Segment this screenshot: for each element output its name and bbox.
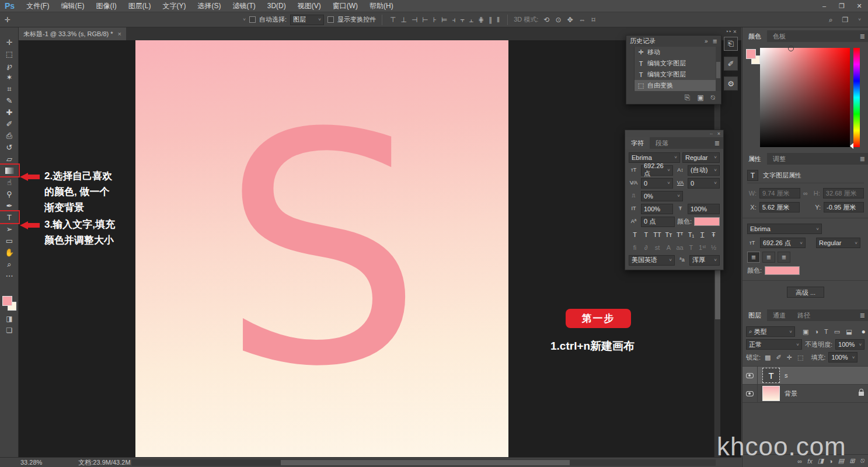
menu-item[interactable]: 帮助(H) — [364, 0, 399, 12]
panel-menu-icon[interactable]: ≣ — [711, 137, 723, 149]
proportional-spacing-field[interactable]: 0%˅ — [641, 191, 683, 201]
menu-item[interactable]: 编辑(E) — [55, 0, 90, 12]
align-icon[interactable]: ⊥ — [399, 16, 408, 24]
foreground-color-swatch[interactable] — [746, 49, 756, 59]
history-item-edit-type-layer-2[interactable]: T 编辑文字图层 — [626, 69, 721, 80]
visibility-cell[interactable] — [742, 367, 758, 384]
tracking-field[interactable]: 0˅ — [688, 178, 720, 189]
menu-item[interactable]: 图层(L) — [123, 0, 157, 12]
text-align-right[interactable]: ≣ — [778, 252, 790, 263]
align-icon[interactable]: ⋕ — [476, 16, 486, 24]
panel-menu-icon[interactable]: ≣ — [856, 30, 868, 42]
mode-3d-icon[interactable]: ⟲ — [542, 16, 551, 24]
canvas-document[interactable]: S — [135, 40, 508, 457]
tool-brush[interactable]: ✐ — [0, 118, 19, 130]
lock-lock-move[interactable]: ✛ — [786, 354, 793, 361]
visibility-cell[interactable] — [742, 385, 758, 402]
tab-paths[interactable]: 路径 — [792, 309, 816, 321]
tool-smudge[interactable]: ☝ — [0, 176, 19, 188]
eye-icon[interactable] — [746, 373, 754, 378]
layer-filter-type[interactable]: T — [823, 328, 829, 336]
language-dropdown[interactable]: 美国英语˅ — [629, 255, 675, 266]
panel-close-icon[interactable]: × — [717, 131, 720, 137]
opentype-button-stylistic-alternates[interactable]: aa — [675, 243, 685, 253]
tab-properties[interactable]: 属性 — [742, 153, 767, 165]
layer-filter-shape[interactable]: ▭ — [833, 328, 841, 336]
tab-color[interactable]: 颜色 — [742, 30, 767, 42]
history-source-checkbox[interactable] — [626, 58, 635, 69]
panel-menu-icon[interactable]: ≣ — [713, 38, 717, 44]
tab-paragraph[interactable]: 段落 — [650, 137, 674, 149]
tool-dodge[interactable]: ⚲ — [0, 188, 19, 200]
text-layer-thumbnail[interactable]: T — [762, 368, 780, 383]
tab-adjustments[interactable]: 调整 — [767, 153, 792, 165]
panel-collapse-icon[interactable]: » — [705, 38, 708, 44]
tab-close-icon[interactable]: × — [118, 30, 121, 37]
opentype-button-swash[interactable]: A — [664, 243, 674, 253]
document-tab[interactable]: 未标题-1 @ 33.3% (s, RGB/8) * × — [19, 27, 126, 40]
zoom-level-field[interactable]: 33.28% — [20, 459, 42, 466]
menu-item[interactable]: 选择(S) — [191, 0, 226, 12]
tool-gradient[interactable]: ■ — [0, 165, 19, 176]
font-size-dropdown[interactable]: 692.26 点˅ — [760, 238, 806, 248]
auto-select-checkbox[interactable] — [249, 16, 256, 23]
menu-item[interactable]: 窗口(W) — [327, 0, 364, 12]
dock-panel-icon-clone-source[interactable]: ⚙ — [724, 76, 738, 90]
tool-eraser[interactable]: ▱ — [0, 153, 19, 165]
layer-filter-pixel[interactable]: ▣ — [801, 328, 810, 336]
tab-layers[interactable]: 图层 — [742, 309, 767, 321]
color-picker-marker[interactable] — [788, 46, 794, 51]
hue-slider-marker[interactable] — [850, 143, 853, 149]
horizontal-scrollbar-thumb[interactable] — [281, 460, 570, 465]
show-transform-checkbox[interactable] — [327, 16, 334, 23]
style-button-small-caps[interactable]: Tт — [664, 230, 674, 240]
lock-lock-artboard[interactable]: ⬚ — [796, 354, 804, 361]
menu-item[interactable]: 文件(F) — [20, 0, 55, 12]
tool-history-brush[interactable]: ↺ — [0, 141, 19, 153]
style-button-subscript[interactable]: T₁ — [686, 230, 696, 240]
history-panel-header[interactable]: 历史记录 » ≣ — [626, 36, 721, 47]
font-family-dropdown[interactable]: Ebrima˅ — [629, 152, 680, 163]
mode-3d-icon[interactable]: ⊙ — [553, 16, 563, 24]
tab-character[interactable]: 字符 — [625, 137, 650, 149]
filter-pin-toggle[interactable]: ⏺ — [862, 328, 866, 336]
workspace-switcher-icon[interactable]: ❐ — [841, 16, 850, 24]
layer-filter-adjustment[interactable]: ◑ — [813, 328, 820, 336]
y-field[interactable]: -0.95 厘米 — [824, 202, 864, 212]
tool-lasso[interactable]: ℘ — [0, 60, 19, 71]
link-dimensions-icon[interactable]: ∞ — [803, 190, 808, 197]
dock-panel-icon-history[interactable]: ⎗ — [724, 37, 738, 51]
tool-move[interactable]: ✛ — [0, 36, 19, 48]
layer-row-s[interactable]: T s — [742, 367, 868, 385]
restore-button[interactable]: ❐ — [833, 0, 850, 12]
hue-slider[interactable] — [853, 48, 860, 147]
history-scrollbar-thumb[interactable] — [716, 62, 720, 78]
workspace-chevron-icon[interactable]: ˅ — [856, 17, 861, 22]
leading-field[interactable]: (自动)˅ — [688, 165, 720, 176]
horizontal-scale-field[interactable]: 100% — [688, 204, 720, 214]
mode-3d-icon[interactable]: ✥ — [565, 16, 574, 24]
align-icon[interactable]: ⊨ — [440, 16, 449, 24]
history-source-checkbox[interactable] — [626, 69, 635, 80]
saturation-brightness-picker[interactable] — [760, 48, 850, 147]
layer-filter-smart-object[interactable]: ⬓ — [845, 328, 853, 336]
layer-name[interactable]: s — [785, 372, 788, 379]
history-footer-icon-new-doc-from-state[interactable]: ⎘ — [685, 93, 691, 102]
tool-pen[interactable]: ✒ — [0, 200, 19, 211]
font-style-dropdown[interactable]: Regular˅ — [816, 238, 860, 248]
layer-row-background[interactable]: 背景 — [742, 385, 868, 403]
tool-more[interactable]: ⋯ — [0, 270, 19, 281]
tool-shape[interactable]: ▭ — [0, 235, 19, 246]
foreground-color-swatch[interactable] — [2, 296, 12, 306]
tool-eyedropper[interactable]: ✎ — [0, 95, 19, 106]
menu-item[interactable]: 文字(Y) — [156, 0, 191, 12]
style-button-faux-bold[interactable]: T — [630, 230, 640, 240]
opentype-button-ordinals[interactable]: 1ˢᵗ — [698, 243, 707, 253]
panel-menu-icon[interactable]: ≣ — [856, 309, 868, 321]
panel-menu-icon[interactable]: ≣ — [856, 153, 868, 165]
minimize-button[interactable]: – — [815, 0, 833, 12]
layers-footer-icon-new-layer[interactable]: ⊞ — [849, 457, 855, 465]
opentype-button-fractions[interactable]: ½ — [709, 243, 719, 253]
style-button-underline[interactable]: T̲ — [698, 230, 707, 240]
tab-channels[interactable]: 通道 — [767, 309, 792, 321]
